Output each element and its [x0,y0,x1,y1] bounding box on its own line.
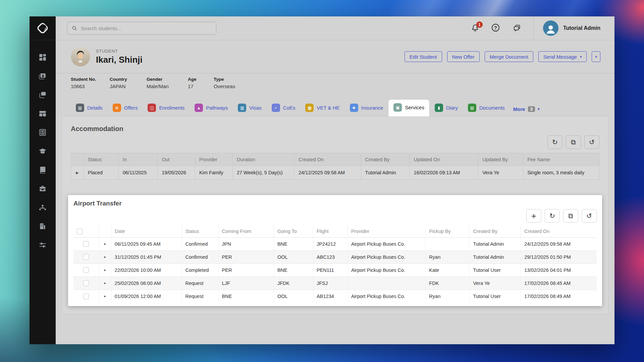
select-all-checkbox[interactable] [77,229,83,234]
column-header-created-on[interactable]: Created On [521,225,597,237]
row-checkbox[interactable] [83,294,89,299]
topbar-divider [533,16,534,40]
info-label: Type [214,77,254,82]
edit-student-button[interactable]: Edit Student [405,51,442,62]
notifications-button[interactable]: 1 [471,24,480,33]
tab-label: Offers [124,105,138,111]
cell-created-by: Vera Ye [470,277,521,290]
column-header-updated-on[interactable]: Updated On [410,153,478,166]
column-header-provider[interactable]: Provider [347,225,425,237]
offers-icon[interactable] [38,90,47,99]
refresh-button[interactable]: ↻ [545,209,560,223]
column-header-created-by[interactable]: Created By [361,153,410,166]
finance-icon[interactable]: $ [38,128,47,137]
column-header-going-to[interactable]: Going To [274,225,313,237]
app-logo[interactable] [30,16,56,40]
button-label: Merge Document [490,54,528,60]
expand-row-icon[interactable]: ▸ [99,277,111,290]
column-header-status[interactable]: Status [84,153,118,166]
chat-icon [513,24,521,32]
tab-visas[interactable]: ▥Visas [233,100,266,116]
column-header-created-on[interactable]: Created On [294,153,361,166]
cell-going-to: BNE [274,263,313,277]
accommodation-title: Accommodation [71,125,599,133]
help-icon: ? [492,24,499,32]
history-button[interactable]: ↺ [582,209,597,223]
tab-vet-he[interactable]: ▦VET & HE [300,100,344,116]
add-button[interactable]: + [526,209,541,223]
new-offer-button[interactable]: New Offer [447,51,480,62]
column-header-duration[interactable]: Duration [232,153,294,166]
merge-document-button[interactable]: Merge Document [485,51,533,62]
row-checkbox[interactable] [83,241,89,247]
expand-column-header [71,153,84,166]
search-input[interactable] [81,25,212,31]
table-row[interactable]: ▸22/02/2026 10:00 AMCompletedPERBNEPEN11… [73,263,597,277]
send-message-button[interactable]: Send Message▾ [538,51,587,62]
expand-row-icon[interactable]: ▸ [99,290,111,303]
contacts-icon[interactable] [38,72,47,80]
column-header-flight[interactable]: Flight [313,225,347,237]
column-header-pickup-by[interactable]: Pickup By [426,225,470,237]
column-header-updated-by[interactable]: Updated By [478,153,523,166]
help-button[interactable]: ? [492,24,500,33]
table-row[interactable]: ▸01/09/2026 12:00 AMRequestBNEOOLAB1234A… [73,290,597,303]
button-label: Edit Student [410,54,437,60]
tab-insurance[interactable]: ❖Insurance [345,100,388,116]
table-row[interactable]: ▸25/02/2026 08:00 AMRequestLJFJFDKJFSJFD… [73,277,597,290]
expand-row-icon[interactable]: ▸ [99,263,111,277]
tab-diary[interactable]: ▮Diary [430,100,463,116]
tab-coes[interactable]: ✓CoEs [267,100,301,116]
refresh-button[interactable]: ↻ [547,135,562,149]
row-checkbox[interactable] [83,280,89,286]
tab-documents[interactable]: ▤Documents [463,100,510,116]
column-header-out[interactable]: Out [158,153,195,166]
copy-button[interactable]: ⧉ [563,209,578,223]
cell-provider: Kim Family [195,166,233,180]
row-checkbox[interactable] [83,267,89,273]
column-header-in[interactable]: In [118,153,158,166]
settings-icon[interactable] [38,241,47,249]
cell-status: Confirmed [182,237,218,250]
tab-services[interactable]: ▣Services [388,99,430,116]
courses-icon[interactable] [38,147,47,156]
enrolments-icon[interactable] [38,109,47,118]
user-menu[interactable]: Tutorial Admin [543,20,614,36]
cell-created-by: Tutorial Admin [470,237,521,250]
cell-provider: Airport Pickup Buses Co. [347,237,425,250]
tab-offers[interactable]: ⧉Offers [108,100,143,116]
insurance-tab-icon: ❖ [350,104,358,112]
copy-button[interactable]: ⧉ [566,135,581,149]
history-button[interactable]: ↺ [584,135,599,149]
expand-row-icon[interactable]: ▸ [99,237,111,250]
table-row[interactable]: ▸31/12/2025 01:45 PMConfirmedPEROOLABC12… [73,250,597,263]
column-header-provider[interactable]: Provider [195,153,233,166]
table-row[interactable]: ▸06/11/2025 09:45 AMConfirmedJPNBNEJP242… [73,237,597,250]
tab-pathways[interactable]: ▲Pathways [190,100,233,116]
column-header-date[interactable]: Date [111,225,182,237]
services-icon[interactable] [38,184,47,193]
agents-icon[interactable] [38,203,47,212]
user-avatar-icon [543,20,558,36]
tab-more[interactable]: More3▾ [510,103,543,116]
reports-icon[interactable] [38,222,47,231]
cell-date: 01/09/2026 12:00 AM [111,290,182,303]
tab-details[interactable]: ▤Details [71,100,108,116]
table-row[interactable]: ▶Placed06/11/202519/05/2026Kim Family27 … [71,166,599,180]
row-checkbox[interactable] [83,254,89,260]
cell-updated-by: Vera Ye [478,166,523,180]
column-header-coming-from[interactable]: Coming From [218,225,274,237]
messages-button[interactable] [513,24,521,33]
column-header-created-by[interactable]: Created By [470,225,521,237]
expand-row-icon[interactable]: ▶ [71,166,84,180]
tab-enrolments[interactable]: ◫Enrolments [143,100,190,116]
dashboard-icon[interactable] [38,53,47,62]
info-label: Student No. [71,77,110,82]
expand-row-icon[interactable]: ▸ [99,250,111,263]
diary-icon[interactable] [38,166,47,174]
column-header-status[interactable]: Status [182,225,218,237]
column-header-fee-name[interactable]: Fee Name [523,153,599,166]
student-header: STUDENT Ikari, Shinji Edit StudentNew Of… [56,40,614,73]
documents-tab-icon: ▤ [468,104,476,112]
more-actions-button[interactable]: ▾ [592,51,600,62]
